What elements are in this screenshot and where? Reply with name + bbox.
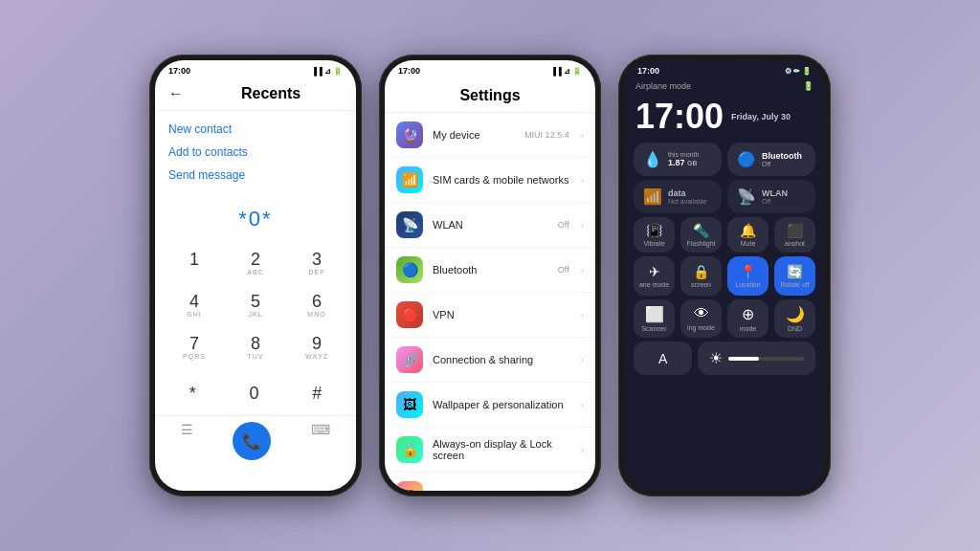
dial-star[interactable]: * [189, 384, 196, 404]
dial-key-4[interactable]: 4GHI [165, 285, 224, 325]
settings-title: Settings [385, 77, 595, 113]
cc-bluetooth-tile[interactable]: 🔵 Bluetooth Off [727, 143, 815, 176]
cc-data-tile[interactable]: 💧 this month 1.87 GB [634, 143, 722, 176]
cc-bottom-row: ⬜ Scanner 👁 ing mode ⊕ mode 🌙 DND [624, 299, 825, 342]
send-message-link[interactable]: Send message [168, 168, 343, 182]
cc-reading-tile[interactable]: 👁 ing mode [680, 299, 722, 338]
cc-brightness-slider[interactable]: ☀ [698, 342, 815, 375]
dial-bottom-bar: ☰ 📞 ⌨ [155, 415, 356, 466]
cc-small-grid: 📳 Vibrate 🔦 Flashlight 🔔 Mute ⬛ anshot [624, 217, 825, 256]
connection-icon: 🔗 [396, 346, 423, 373]
settings-value: MIUI 12.5.4 [524, 130, 569, 140]
flashlight-icon: 🔦 [693, 223, 709, 238]
display-icon: 🖥 [396, 481, 423, 491]
cc-airplane-tile[interactable]: ✈ ane mode [634, 256, 675, 296]
phone-control-center: 17:00 ⚙ ✏ 🔋 Airplane mode 🔋 17:00 Friday… [618, 55, 831, 496]
chevron-right-icon: › [581, 175, 584, 186]
location-icon: 📍 [740, 264, 756, 279]
cc-keyboard-row: A ☀ [624, 342, 825, 381]
cc-flashlight-tile[interactable]: 🔦 Flashlight [680, 217, 722, 253]
cc-time: 17:00 Friday, July 30 [624, 95, 825, 137]
dial-bottom: * 0 # [155, 371, 356, 415]
dial-key-6[interactable]: 6MNO [287, 285, 346, 325]
settings-item-vpn[interactable]: 🔴 VPN › [385, 293, 595, 338]
brightness-fill [728, 357, 758, 361]
settings-item-text: WLAN [433, 219, 548, 231]
wlan-icon: 📡 [396, 211, 423, 238]
settings-label: Display [433, 489, 571, 491]
cc-location-tile[interactable]: 📍 Location [727, 256, 768, 296]
cc-keyboard-a[interactable]: A [634, 342, 692, 375]
chevron-right-icon: › [581, 220, 584, 231]
lock-screen-icon: 🔒 [693, 264, 709, 279]
settings-list: 🔮 My device MIUI 12.5.4 › 📶 SIM cards & … [385, 113, 595, 491]
settings-label: WLAN [433, 219, 548, 231]
add-to-contacts-link[interactable]: Add to contacts [168, 145, 343, 159]
cc-mobile-data-tile[interactable]: 📶 data Not available [634, 180, 722, 213]
settings-item-display[interactable]: 🖥 Display › [385, 473, 595, 491]
settings-label: Always-on display & Lock screen [433, 438, 571, 461]
device-icon: 🔮 [396, 121, 423, 148]
vpn-icon: 🔴 [396, 301, 423, 328]
cc-tile-info: this month 1.87 GB [668, 151, 699, 167]
settings-item-bluetooth[interactable]: 🔵 Bluetooth Off › [385, 248, 595, 293]
dial-key-8[interactable]: 8TUV [226, 327, 285, 367]
settings-item-lock[interactable]: 🔒 Always-on display & Lock screen › [385, 428, 595, 473]
settings-item-sim[interactable]: 📶 SIM cards & mobile networks › [385, 158, 595, 203]
control-center-screen: 17:00 ⚙ ✏ 🔋 Airplane mode 🔋 17:00 Friday… [624, 60, 825, 491]
cc-vibrate-tile[interactable]: 📳 Vibrate [634, 217, 675, 253]
cc-mode-tile[interactable]: ⊕ mode [727, 299, 768, 338]
bluetooth-tile-icon: 🔵 [737, 150, 756, 168]
settings-label: SIM cards & mobile networks [433, 174, 571, 186]
cc-screen-tile[interactable]: 🔒 screen [680, 256, 722, 296]
status-time-1: 17:00 [168, 66, 190, 76]
status-bar-2: 17:00 ▐▐ ⊿ 🔋 [385, 60, 595, 77]
recents-title: Recents [241, 85, 301, 102]
status-bar-1: 17:00 ▐▐ ⊿ 🔋 [155, 60, 356, 77]
dnd-icon: 🌙 [786, 305, 805, 323]
phone-settings: 17:00 ▐▐ ⊿ 🔋 Settings 🔮 My device MIUI 1… [379, 55, 601, 496]
settings-item-text: Display [433, 489, 571, 491]
settings-item-text: SIM cards & mobile networks [433, 174, 571, 186]
dialpad-icon[interactable]: ⌨ [311, 422, 330, 460]
settings-item-device[interactable]: 🔮 My device MIUI 12.5.4 › [385, 113, 595, 158]
status-time-2: 17:00 [398, 66, 420, 76]
dial-key-7[interactable]: 7PQRS [165, 327, 224, 367]
wifi-icon: 📡 [737, 187, 756, 206]
dial-display: *0* [155, 193, 356, 239]
recents-header: ← Recents [155, 77, 356, 111]
wallpaper-icon: 🖼 [396, 391, 423, 418]
settings-item-text: Wallpaper & personalization [433, 399, 571, 410]
phone-recents: 17:00 ▐▐ ⊿ 🔋 ← Recents New contact Add t… [149, 55, 362, 496]
dial-key-3[interactable]: 3DEF [287, 243, 346, 283]
cc-rotate-tile[interactable]: 🔄 Rotate off [774, 256, 815, 296]
new-contact-link[interactable]: New contact [168, 122, 343, 136]
menu-icon[interactable]: ☰ [181, 422, 193, 460]
cc-scanner-tile[interactable]: ⬜ Scanner [634, 299, 675, 338]
dial-key-9[interactable]: 9WXYZ [287, 327, 346, 367]
status-icons-3: ⚙ ✏ 🔋 [785, 67, 812, 76]
settings-value: Off [558, 220, 569, 230]
chevron-right-icon: › [581, 265, 584, 276]
cc-screenshot-tile[interactable]: ⬛ anshot [774, 217, 815, 253]
scanner-icon: ⬜ [645, 305, 664, 323]
dial-hash[interactable]: # [312, 384, 322, 404]
cc-wlan-tile[interactable]: 📡 WLAN Off [727, 180, 815, 213]
cc-dnd-tile[interactable]: 🌙 DND [774, 299, 815, 338]
sim-icon: 📶 [396, 166, 423, 193]
settings-label: Wallpaper & personalization [433, 399, 571, 410]
back-button[interactable]: ← [168, 85, 184, 102]
chevron-right-icon: › [581, 490, 584, 492]
call-button[interactable]: 📞 [233, 422, 271, 460]
cc-mute-tile[interactable]: 🔔 Mute [727, 217, 768, 253]
dial-key-1[interactable]: 1 [165, 243, 224, 283]
settings-label: My device [433, 129, 515, 141]
settings-item-wlan[interactable]: 📡 WLAN Off › [385, 203, 595, 248]
dial-key-5[interactable]: 5JKL [226, 285, 285, 325]
dial-key-2[interactable]: 2ABC [226, 243, 285, 283]
settings-item-connection[interactable]: 🔗 Connection & sharing › [385, 338, 595, 383]
brightness-bar [728, 357, 804, 361]
dial-key-0[interactable]: 0 [245, 377, 262, 409]
settings-item-wallpaper[interactable]: 🖼 Wallpaper & personalization › [385, 383, 595, 428]
settings-label: Bluetooth [433, 264, 548, 276]
